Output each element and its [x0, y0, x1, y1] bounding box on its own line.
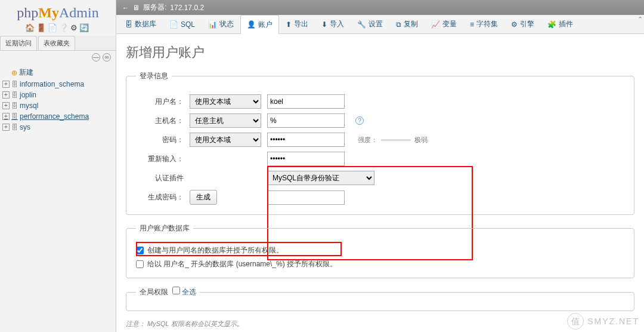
password-label: 密码： — [136, 135, 184, 145]
tree-db-item[interactable]: +🗄performance_schema — [0, 111, 116, 122]
username-label: 用户名： — [136, 97, 184, 107]
server-label: 服务器: — [143, 2, 166, 13]
strength-value: 极弱 — [414, 136, 428, 145]
tab-databases[interactable]: 🗄数据库 — [119, 15, 163, 33]
expand-icon[interactable]: + — [2, 124, 10, 131]
tab-label: SQL — [181, 20, 195, 29]
tree-db-item[interactable]: +🗄mysql — [0, 100, 116, 111]
watermark-text: SMYZ.NET — [587, 316, 639, 326]
exit-icon[interactable]: 🚪 — [36, 23, 48, 32]
create-db-row: 创建与用户同名的数据库并授予所有权限。 — [136, 245, 624, 256]
username-input[interactable] — [267, 94, 345, 109]
create-db-checkbox[interactable] — [136, 247, 144, 254]
global-priv-fieldset: 全局权限 全选 — [126, 287, 634, 311]
tab-accounts[interactable]: 👤账户 — [240, 15, 279, 34]
select-all-link[interactable]: 全选 — [182, 288, 196, 296]
collapse-controls: — ∞ — [0, 51, 116, 64]
main: ← 🖥 服务器: 172.17.0.2 ⌃ 🗄数据库 📄SQL 📊状态 👤账户 … — [116, 0, 644, 332]
tree-db-item[interactable]: +🗄joplin — [0, 90, 116, 100]
tree-db-item[interactable]: +🗄information_schema — [0, 79, 116, 90]
new-db-icon: ⊕ — [11, 69, 17, 77]
db-name: information_schema — [20, 80, 84, 88]
sql-icon: 📄 — [169, 20, 178, 29]
password-mode-select[interactable]: 使用文本域 — [190, 133, 261, 147]
tab-label: 导出 — [294, 19, 308, 29]
reload-icon[interactable]: 🔄 — [79, 23, 91, 32]
expand-icon[interactable]: ∞ — [103, 53, 111, 62]
expand-icon[interactable]: + — [2, 81, 10, 88]
db-icon: 🗄 — [125, 20, 132, 29]
collapse-icon[interactable]: — — [92, 53, 100, 62]
logo-part3: Admin — [59, 5, 99, 20]
generate-button[interactable]: 生成 — [190, 190, 217, 205]
global-priv-legend: 全局权限 全选 — [136, 287, 200, 297]
tab-label: 字符集 — [476, 19, 498, 29]
tab-sql[interactable]: 📄SQL — [163, 15, 202, 33]
server-value: 172.17.0.2 — [170, 4, 204, 12]
watermark: 值 SMYZ.NET — [567, 313, 639, 330]
strength-label: 强度： — [358, 136, 377, 145]
tab-status[interactable]: 📊状态 — [202, 15, 240, 33]
db-tree: ⊕新建 +🗄information_schema +🗄joplin +🗄mysq… — [0, 64, 116, 135]
tab-replication[interactable]: ⧉复制 — [389, 15, 425, 33]
login-info-legend: 登录信息 — [136, 71, 172, 81]
tab-charsets[interactable]: ≡字符集 — [463, 15, 504, 33]
tab-import[interactable]: ⬇导入 — [315, 15, 351, 33]
tree-new[interactable]: ⊕新建 — [0, 66, 116, 79]
expand-icon[interactable]: + — [2, 102, 10, 109]
tab-favorites[interactable]: 表收藏夹 — [38, 36, 75, 50]
retype-row: 重新输入： — [136, 152, 624, 166]
tab-label: 插件 — [559, 19, 573, 29]
database-icon: 🗄 — [11, 91, 18, 99]
user-icon: 👤 — [247, 20, 256, 29]
logo[interactable]: phpMyAdmin — [0, 0, 116, 22]
username-row: 用户名： 使用文本域 — [136, 94, 624, 109]
tab-recent[interactable]: 近期访问 — [0, 36, 37, 50]
password-row: 密码： 使用文本域 强度： 极弱 — [136, 133, 624, 147]
tree-db-item[interactable]: +🗄sys — [0, 122, 116, 133]
home-icon[interactable]: 🏠 — [25, 23, 36, 32]
username-mode-select[interactable]: 使用文本域 — [190, 94, 261, 109]
export-icon: ⬆ — [286, 20, 292, 29]
nav-back-icon[interactable]: ← — [122, 4, 129, 11]
content: 新增用户账户 登录信息 用户名： 使用文本域 主机名： 任意主机 ? 密码： — [116, 34, 644, 332]
db-name: sys — [20, 123, 30, 131]
sql-icon[interactable]: 📄 — [48, 23, 59, 32]
auth-select[interactable]: MySQL自带身份验证 — [267, 171, 374, 185]
var-icon: 📈 — [431, 20, 440, 29]
user-db-fieldset: 用户账户数据库 创建与用户同名的数据库并授予所有权限。 给以 用户名_ 开头的数… — [126, 223, 634, 278]
wildcard-db-label: 给以 用户名_ 开头的数据库 (username\_%) 授予所有权限。 — [147, 259, 337, 269]
database-icon: 🗄 — [11, 102, 18, 109]
hostname-input[interactable] — [267, 113, 345, 128]
password-input[interactable] — [267, 133, 345, 147]
status-icon: 📊 — [208, 20, 217, 29]
database-icon: 🗄 — [11, 113, 18, 120]
toolbar-icons: 🏠🚪📄❔⚙🔄 — [0, 22, 116, 36]
docs-icon[interactable]: ❔ — [59, 23, 70, 32]
hostname-mode-select[interactable]: 任意主机 — [190, 113, 261, 128]
gen-output[interactable] — [267, 190, 345, 205]
create-db-label: 创建与用户同名的数据库并授予所有权限。 — [147, 245, 283, 256]
nav-tabs: 🗄数据库 📄SQL 📊状态 👤账户 ⬆导出 ⬇导入 🔧设置 ⧉复制 📈变量 ≡字… — [116, 15, 644, 34]
expand-icon[interactable]: + — [2, 113, 10, 120]
tab-engines[interactable]: ⚙引擎 — [504, 15, 541, 33]
watermark-badge: 值 — [567, 313, 584, 330]
wildcard-db-checkbox[interactable] — [136, 260, 144, 268]
select-all-checkbox[interactable] — [172, 287, 180, 294]
tab-export[interactable]: ⬆导出 — [279, 15, 315, 33]
auth-label: 认证插件 — [136, 173, 184, 183]
db-name: joplin — [20, 91, 36, 99]
tab-label: 变量 — [442, 19, 457, 29]
tab-plugins[interactable]: 🧩插件 — [541, 15, 580, 33]
hostname-label: 主机名： — [136, 116, 184, 126]
scroll-top-icon[interactable]: ⌃ — [637, 16, 643, 23]
tab-variables[interactable]: 📈变量 — [425, 15, 463, 33]
global-priv-label: 全局权限 — [140, 288, 168, 296]
tab-settings[interactable]: 🔧设置 — [351, 15, 389, 33]
help-icon[interactable]: ? — [355, 116, 364, 125]
wrench-icon: 🔧 — [357, 20, 366, 29]
settings-icon[interactable]: ⚙ — [70, 23, 79, 32]
retype-input[interactable] — [267, 152, 345, 166]
note: 注意： MySQL 权限名称会以英文显示。 — [126, 319, 634, 328]
expand-icon[interactable]: + — [2, 91, 10, 99]
